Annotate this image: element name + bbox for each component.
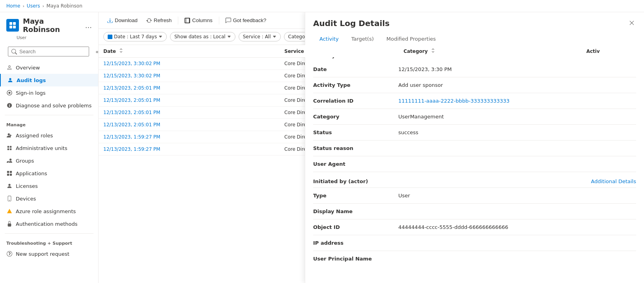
sidebar-item-diagnose[interactable]: Diagnose and solve problems bbox=[0, 99, 98, 112]
activity-type-label: Activity Type bbox=[313, 82, 392, 88]
sidebar-item-auth-methods[interactable]: Authentication methods bbox=[0, 217, 98, 230]
auth-icon bbox=[6, 221, 13, 227]
category-detail-label: Category bbox=[313, 114, 392, 120]
tab-targets[interactable]: Target(s) bbox=[345, 33, 380, 46]
status-value: success bbox=[398, 129, 636, 135]
sidebar-item-overview[interactable]: Overview bbox=[0, 61, 98, 74]
breadcrumb-current: Maya Robinson bbox=[47, 3, 82, 9]
sidebar-item-auth-methods-label: Authentication methods bbox=[16, 221, 78, 227]
columns-button[interactable]: Columns bbox=[181, 15, 216, 25]
initiated-by-section-label: Initiated by (actor) bbox=[313, 178, 368, 184]
service-filter[interactable]: Service : All bbox=[239, 32, 281, 41]
tab-activity[interactable]: Activity bbox=[313, 33, 345, 46]
detail-row-display-name: Display Name bbox=[313, 205, 636, 217]
feedback-button[interactable]: Got feedback? bbox=[222, 15, 271, 25]
divider-9 bbox=[313, 203, 636, 204]
breadcrumb-users[interactable]: Users bbox=[27, 3, 40, 9]
object-id-label: Object ID bbox=[313, 224, 392, 230]
upn-label: User Principal Name bbox=[313, 256, 392, 262]
divider-12 bbox=[313, 251, 636, 251]
additional-details-link[interactable]: Additional Details bbox=[591, 178, 636, 184]
manage-divider bbox=[5, 115, 93, 115]
date-filter[interactable]: Date : Last 7 days bbox=[103, 32, 167, 41]
date-value: 12/15/2023, 3:30 PM bbox=[398, 66, 636, 72]
col-category[interactable]: Category bbox=[399, 45, 582, 58]
category-sort-icon bbox=[431, 48, 435, 53]
sidebar-ellipsis-menu[interactable]: ... bbox=[85, 21, 92, 30]
sidebar-item-devices-label: Devices bbox=[16, 196, 36, 202]
sidebar-item-new-support[interactable]: New support request bbox=[0, 247, 98, 260]
support-section-label: Troubleshooting + Support bbox=[0, 237, 98, 247]
sidebar-item-support-label: New support request bbox=[16, 251, 69, 257]
sidebar-item-diagnose-label: Diagnose and solve problems bbox=[16, 103, 91, 109]
sidebar-item-groups-label: Groups bbox=[16, 158, 34, 164]
date-sort-icon bbox=[119, 48, 123, 53]
calendar-icon bbox=[108, 34, 112, 39]
svg-rect-8 bbox=[10, 148, 11, 150]
show-dates-label: Show dates as : Local bbox=[174, 34, 226, 39]
cell-date-3: 12/13/2023, 2:05:01 PM bbox=[99, 94, 280, 107]
close-detail-panel-button[interactable] bbox=[627, 19, 636, 27]
show-dates-filter[interactable]: Show dates as : Local bbox=[170, 32, 235, 41]
col-activity[interactable]: Activ bbox=[582, 45, 644, 58]
sidebar: Maya Robinson ... User « Overview bbox=[0, 12, 99, 283]
category-detail-value: UserManagement bbox=[398, 114, 636, 120]
svg-rect-12 bbox=[10, 174, 12, 176]
feedback-icon bbox=[226, 18, 231, 23]
sidebar-item-groups[interactable]: Groups bbox=[0, 154, 98, 167]
divider-5 bbox=[313, 140, 636, 141]
search-box[interactable] bbox=[8, 47, 89, 56]
object-id-value: 44444444-cccc-5555-dddd-666666666666 bbox=[398, 224, 636, 230]
type-label: Type bbox=[313, 193, 392, 199]
sidebar-item-audit-logs[interactable]: Audit logs bbox=[0, 74, 98, 86]
refresh-button[interactable]: Refresh bbox=[142, 15, 176, 25]
support-icon bbox=[6, 251, 13, 257]
columns-label: Columns bbox=[192, 17, 212, 23]
svg-rect-5 bbox=[7, 146, 9, 148]
detail-panel-body: Activity Date 12/15/2023, 3:30 PM Activi… bbox=[305, 46, 644, 283]
download-button[interactable]: Download bbox=[103, 15, 142, 25]
sidebar-item-azure-roles[interactable]: Azure role assignments bbox=[0, 205, 98, 217]
sidebar-item-applications[interactable]: Applications bbox=[0, 167, 98, 180]
cell-date-0: 12/15/2023, 3:30:02 PM bbox=[99, 58, 280, 70]
date-chevron-icon bbox=[159, 35, 162, 39]
sidebar-user-type: User bbox=[0, 35, 98, 43]
svg-rect-1 bbox=[13, 22, 16, 25]
activity-type-value: Add user sponsor bbox=[398, 82, 636, 88]
collapse-sidebar-button[interactable]: « bbox=[94, 47, 99, 56]
sidebar-item-sign-in-logs[interactable]: Sign-in logs bbox=[0, 86, 98, 99]
breadcrumb-sep-2: › bbox=[42, 4, 44, 9]
divider-1 bbox=[313, 77, 636, 77]
svg-rect-10 bbox=[10, 171, 12, 173]
cell-date-6: 12/13/2023, 1:59:27 PM bbox=[99, 131, 280, 143]
divider-2 bbox=[313, 93, 636, 93]
detail-row-type: Type User bbox=[313, 189, 636, 202]
date-label: Date bbox=[313, 66, 392, 72]
tab-modified-properties[interactable]: Modified Properties bbox=[380, 33, 442, 46]
sidebar-item-licenses[interactable]: Licenses bbox=[0, 180, 98, 192]
refresh-label: Refresh bbox=[154, 17, 172, 23]
sidebar-item-devices[interactable]: Devices bbox=[0, 192, 98, 205]
detail-tabs: Activity Target(s) Modified Properties bbox=[305, 33, 644, 46]
detail-row-status: Status success bbox=[313, 126, 636, 139]
role-icon bbox=[6, 132, 13, 139]
svg-rect-3 bbox=[13, 26, 16, 28]
sidebar-item-overview-label: Overview bbox=[16, 65, 40, 71]
search-input[interactable] bbox=[19, 49, 86, 54]
correlation-id-label: Correlation ID bbox=[313, 98, 392, 104]
diagnose-icon bbox=[6, 102, 13, 109]
sidebar-item-assigned-roles[interactable]: Assigned roles bbox=[0, 129, 98, 142]
sidebar-user-name: Maya Robinson bbox=[23, 17, 78, 34]
col-date[interactable]: Date bbox=[99, 45, 280, 58]
sidebar-item-admin-units[interactable]: Administrative units bbox=[0, 142, 98, 154]
admin-icon bbox=[6, 145, 13, 151]
refresh-icon bbox=[146, 18, 152, 23]
download-label: Download bbox=[115, 17, 138, 23]
breadcrumb-home[interactable]: Home bbox=[6, 3, 20, 9]
status-label: Status bbox=[313, 129, 392, 135]
correlation-id-value[interactable]: 11111111-aaaa-2222-bbbb-333333333333 bbox=[398, 98, 636, 104]
col-service[interactable]: Service bbox=[280, 45, 399, 58]
sidebar-item-licenses-label: Licenses bbox=[16, 183, 38, 189]
divider-6 bbox=[313, 156, 636, 156]
cell-date-5: 12/13/2023, 2:05:01 PM bbox=[99, 119, 280, 131]
